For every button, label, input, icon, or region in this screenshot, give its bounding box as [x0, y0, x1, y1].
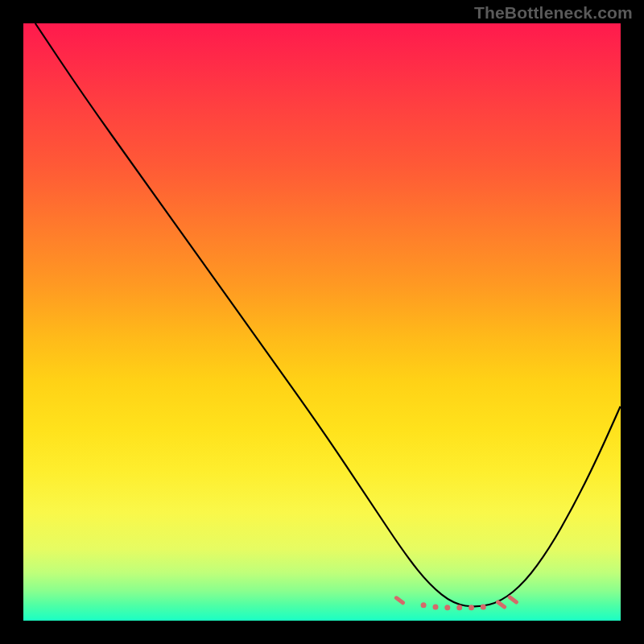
svg-point-4 [456, 605, 462, 610]
plot-area [23, 23, 621, 621]
watermark-text: TheBottleneck.com [474, 3, 633, 23]
bottleneck-curve [35, 23, 621, 606]
svg-point-1 [421, 602, 427, 608]
svg-line-8 [510, 597, 516, 602]
svg-line-0 [397, 598, 403, 603]
svg-point-2 [433, 604, 439, 609]
svg-point-5 [469, 605, 474, 610]
svg-point-3 [444, 605, 450, 610]
svg-line-7 [498, 602, 505, 607]
svg-point-6 [481, 604, 486, 609]
chart-overlay [23, 23, 621, 621]
